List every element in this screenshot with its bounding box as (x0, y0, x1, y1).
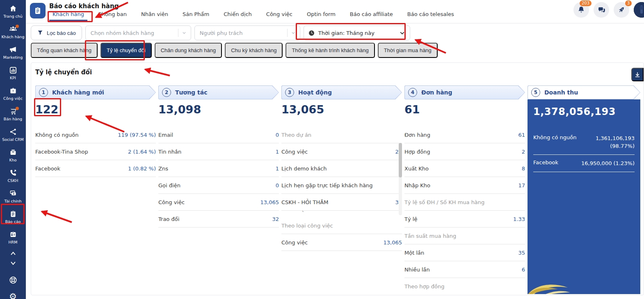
tab-bao-cao-telesales[interactable]: Báo cáo telesales (407, 11, 454, 21)
row-value-percent: (98.77%) (610, 143, 635, 149)
tab-cong-viec[interactable]: Công việc (266, 11, 292, 21)
sidebar-item-khach-hang[interactable]: Khách hàng (0, 22, 26, 42)
filter-report-button[interactable]: Lọc báo cáo (31, 25, 82, 40)
funnel-step-header-4: 4Đơn hàng (404, 85, 525, 99)
sidebar-settings-button[interactable]: ⚙ (0, 290, 26, 299)
sidebar-item-label: HRM (9, 240, 18, 244)
sidebar-support-button[interactable] (0, 273, 26, 287)
order-breakdown-list: Đơn hàng61 Hợp đồng2 Xuất Kho8 Nhập Kho1… (404, 126, 525, 294)
sidebar-item-bao-cao[interactable]: Báo cáo (0, 207, 26, 227)
messages-button[interactable] (594, 2, 609, 18)
funnel-step-header-1: 1Khách hàng mới (35, 85, 156, 99)
subtab-hanh-trinh[interactable]: Thống kê hành trình khách hàng (285, 43, 375, 58)
customer-group-select[interactable]: Chọn nhóm khách hàng (85, 25, 191, 40)
sidebar-scroll-down[interactable] (0, 258, 26, 269)
sidebar-item-ban-hang[interactable]: Bán hàng (0, 104, 26, 124)
sidebar: Trang chủ Khách hàng Marketing KPI Công … (0, 0, 26, 299)
sidebar-item-label: Tài chính (4, 199, 21, 203)
support-icon (9, 276, 18, 285)
source-breakdown-list: Không có nguồn119 (97.54 %) Facebook-Tin… (35, 126, 156, 177)
row-value-amount: 1,361,106,193 (596, 135, 635, 141)
time-range-select[interactable]: Thời gian: Tháng này (304, 25, 410, 40)
row-label: Một lần (404, 250, 424, 256)
row-value: 2 (1.64 %) (128, 149, 156, 155)
sidebar-item-hrm[interactable]: HRM (0, 227, 26, 248)
assignee-select[interactable]: Người phụ trách (194, 25, 300, 40)
report-subtabs: Tổng quan khách hàng Tỷ lệ chuyển đổi Ch… (31, 43, 438, 58)
filter-funnel-icon (37, 30, 43, 36)
rocket-button[interactable]: 3 (614, 2, 629, 18)
row-value: 6 (522, 267, 525, 273)
tab-bao-cao-affiliate[interactable]: Báo cáo affiliate (350, 11, 393, 21)
list-item: Hợp đồng2 (404, 143, 525, 160)
sidebar-item-label: Social CRM (2, 137, 24, 142)
sidebar-item-tai-chinh[interactable]: Tài chính (0, 186, 26, 207)
list-item: Nhập Kho17 (404, 177, 525, 194)
avatar[interactable] (634, 2, 644, 18)
chevron-down-icon (181, 30, 187, 36)
subtab-ty-le-chuyen-doi[interactable]: Tỷ lệ chuyển đổi (100, 43, 152, 58)
row-label: Công việc (158, 199, 185, 205)
scrollbar-track[interactable] (399, 143, 402, 215)
section-header: Theo dự án (281, 126, 402, 143)
sidebar-item-label: Công việc (3, 96, 23, 101)
funnel-step-header-3: 3Hoạt động (281, 85, 402, 99)
row-label: Công việc (281, 239, 308, 246)
row-label: Hợp đồng (404, 149, 430, 155)
list-item: Công việc13,065 (158, 194, 279, 211)
sidebar-item-cong-viec[interactable]: Công việc (0, 83, 26, 104)
row-value: 2 (522, 149, 525, 155)
sidebar-item-label: Kho (9, 158, 16, 162)
sidebar-scroll-up[interactable] (0, 248, 26, 258)
sidebar-item-marketing[interactable]: Marketing (0, 42, 26, 63)
tab-khach-hang[interactable]: Khách hàng (53, 11, 84, 21)
report-module-button[interactable] (30, 3, 46, 18)
step-number: 1 (39, 88, 48, 97)
subtab-thoi-gian-mua[interactable]: Thời gian mua hàng (378, 43, 438, 58)
sidebar-item-label: Khách hàng (1, 34, 24, 39)
sidebar-item-label: CSKH (7, 178, 18, 183)
topbar-icons: 203 3 (573, 2, 644, 18)
bell-icon (577, 6, 585, 14)
tab-chien-dich[interactable]: Chiến dịch (224, 11, 252, 21)
select-divider (287, 29, 288, 37)
list-item: Công việc13,065 (281, 234, 402, 251)
report-icon (9, 210, 17, 218)
tab-optin-form[interactable]: Optin form (307, 11, 336, 21)
subtab-tong-quan[interactable]: Tổng quan khách hàng (31, 43, 98, 58)
list-item: Không có nguồn119 (97.54 %) (35, 126, 156, 143)
row-value: 13,065 (384, 239, 402, 246)
row-value: 1.33 (513, 216, 525, 222)
notifications-button[interactable]: 203 (573, 2, 589, 18)
step-total-value: 122 (35, 103, 156, 117)
row-label: Facebook-Tina Shop (35, 149, 88, 155)
kpi-chart-icon (9, 66, 17, 74)
subtab-chan-dung[interactable]: Chân dung khách hàng (155, 43, 222, 58)
list-item: Facebook1 (0.82 %) (35, 160, 156, 177)
list-item: Nhiều lần6 (404, 261, 525, 278)
sidebar-item-social-crm[interactable]: Social CRM (0, 124, 26, 145)
activity-breakdown-list: Theo dự án Công việc23 Lịch demo khách1 … (281, 126, 402, 251)
sidebar-item-kho[interactable]: Kho (0, 145, 26, 166)
gold-ribbon-decoration (528, 281, 593, 294)
tab-nhan-vien[interactable]: Nhân viên (141, 11, 168, 21)
funnel-column-new-customers: 1Khách hàng mới 122 Không có nguồn119 (9… (35, 85, 156, 294)
home-icon (9, 5, 17, 13)
page-title: Báo cáo khách hàng (49, 2, 119, 10)
row-label: Xuất Kho (404, 166, 429, 172)
subtab-chu-ky[interactable]: Chu kỳ khách hàng (225, 43, 283, 58)
row-label: Đơn hàng (404, 132, 430, 138)
step-label: Tương tác (175, 89, 207, 96)
sidebar-item-kpi[interactable]: KPI (0, 63, 26, 83)
sidebar-item-label: Marketing (3, 55, 23, 60)
clock-icon (308, 30, 315, 37)
export-download-button[interactable] (631, 68, 644, 81)
step-label: Doanh thu (544, 89, 578, 96)
tab-phong-ban[interactable]: Phòng ban (98, 11, 127, 21)
tab-san-pham[interactable]: Sản Phẩm (183, 11, 209, 21)
sidebar-item-trang-chu[interactable]: Trang chủ (0, 1, 26, 22)
scrollbar-thumb[interactable] (399, 143, 402, 177)
sidebar-item-cskh[interactable]: CSKH (0, 166, 26, 186)
row-label: Zns (158, 166, 168, 172)
funnel-column-interactions: 2Tương tác 13,098 Email0 Tin nhắn1 Zns1 … (158, 85, 279, 294)
